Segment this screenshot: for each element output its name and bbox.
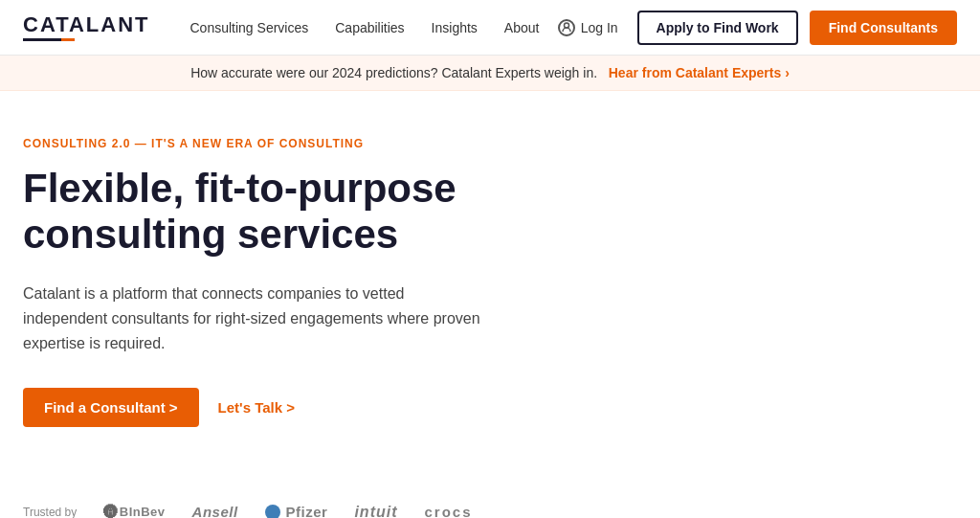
navbar: CATALANT Consulting Services Capabilitie… [0, 0, 980, 56]
trusted-by-section: Trusted by 🅐 BInBev Ansell Pfizer intuit… [0, 504, 980, 518]
logo-text: CATALANT [23, 14, 150, 35]
hero-cta-group: Find a Consultant > Let's Talk > [23, 388, 551, 427]
logo[interactable]: CATALANT [23, 14, 150, 41]
pfizer-logo: Pfizer [265, 504, 328, 518]
ansell-logo: Ansell [192, 504, 238, 518]
hero-description: Catalant is a platform that connects com… [23, 282, 482, 357]
nav-insights[interactable]: Insights [422, 16, 487, 39]
announcement-text: How accurate were our 2024 predictions? … [190, 65, 597, 80]
hero-eyebrow: CONSULTING 2.0 — IT'S A NEW ERA OF CONSU… [23, 137, 551, 150]
apply-to-find-work-button[interactable]: Apply to Find Work [637, 11, 798, 45]
trusted-label: Trusted by [23, 506, 77, 518]
hero-section: CONSULTING 2.0 — IT'S A NEW ERA OF CONSU… [0, 91, 574, 504]
user-icon [558, 19, 575, 36]
nav-right: Log In Apply to Find Work Find Consultan… [550, 11, 957, 45]
nav-capabilities[interactable]: Capabilities [325, 16, 413, 39]
nav-links: Consulting Services Capabilities Insight… [181, 16, 550, 39]
nav-about[interactable]: About [495, 16, 549, 39]
lets-talk-button[interactable]: Let's Talk > [218, 399, 295, 416]
login-label: Log In [581, 20, 618, 35]
hero-title: Flexible, fit-to-purpose consulting serv… [23, 166, 551, 259]
nav-consulting-services[interactable]: Consulting Services [181, 16, 319, 39]
brand-logos: 🅐 BInBev Ansell Pfizer intuit crocs [103, 504, 472, 518]
logo-underline [23, 38, 150, 41]
announcement-cta[interactable]: Hear from Catalant Experts › [609, 65, 790, 80]
login-button[interactable]: Log In [550, 13, 626, 42]
abinbev-logo: 🅐 BInBev [103, 504, 165, 518]
find-consultant-button[interactable]: Find a Consultant > [23, 388, 199, 427]
find-consultants-button[interactable]: Find Consultants [810, 11, 957, 45]
intuit-logo: intuit [354, 504, 397, 518]
pfizer-icon [265, 505, 280, 518]
crocs-logo: crocs [425, 504, 473, 518]
announcement-bar: How accurate were our 2024 predictions? … [0, 56, 980, 91]
